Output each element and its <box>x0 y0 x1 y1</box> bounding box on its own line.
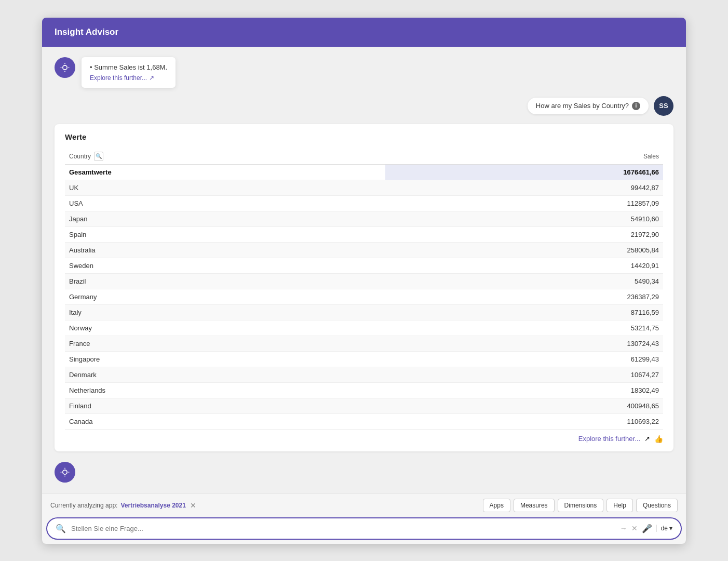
user-avatar: SS <box>654 96 673 116</box>
country-cell: Brazil <box>65 273 385 289</box>
measures-button[interactable]: Measures <box>514 499 555 512</box>
submit-arrow-icon[interactable]: → <box>620 524 627 532</box>
clear-icon[interactable]: ✕ <box>631 524 638 532</box>
thumbs-up-icon[interactable]: 👍 <box>654 435 663 443</box>
table-row: Germany236387,29 <box>65 289 663 304</box>
table-row: Singapore61299,43 <box>65 351 663 367</box>
footer-bar: Currently analyzing app: Vertriebsanalys… <box>42 493 686 517</box>
col-sales-header: Sales <box>385 149 663 165</box>
search-bar-icon: 🔍 <box>56 524 66 533</box>
table-row: Brazil5490,34 <box>65 273 663 289</box>
search-bar-actions: → ✕ 🎤 de ▾ <box>620 524 672 533</box>
table-row: Australia258005,84 <box>65 242 663 258</box>
table-row: Canada110693,22 <box>65 413 663 429</box>
table-card: Werte Country 🔍 Sales <box>55 124 673 451</box>
info-icon[interactable]: i <box>632 102 640 110</box>
total-value: 1676461,66 <box>385 164 663 180</box>
language-selector[interactable]: de ▾ <box>656 525 672 532</box>
sales-cell: 61299,43 <box>385 351 663 367</box>
analyzing-app-label: Currently analyzing app: Vertriebsanalys… <box>50 501 196 510</box>
country-cell: Singapore <box>65 351 385 367</box>
country-cell: Germany <box>65 289 385 304</box>
column-search-icon[interactable]: 🔍 <box>94 152 103 161</box>
tooltip-explore-link[interactable]: Explore this further... ↗ <box>90 74 167 82</box>
search-bar: 🔍 → ✕ 🎤 de ▾ <box>46 517 682 540</box>
query-bubble: How are my Sales by Country? i <box>528 98 649 114</box>
country-cell: Australia <box>65 242 385 258</box>
table-row: Finland400948,65 <box>65 398 663 413</box>
dimensions-button[interactable]: Dimensions <box>558 499 604 512</box>
country-cell: Finland <box>65 398 385 413</box>
search-input[interactable] <box>71 525 615 532</box>
table-row: Norway53214,75 <box>65 320 663 336</box>
table-row: Japan54910,60 <box>65 211 663 226</box>
app-window: Insight Advisor Summe Sales ist 1,68M. E… <box>42 18 686 544</box>
questions-button[interactable]: Questions <box>636 499 678 512</box>
table-explore-footer: Explore this further... ↗ 👍 <box>65 435 663 443</box>
close-app-button[interactable]: ✕ <box>190 501 196 510</box>
tooltip-area: Summe Sales ist 1,68M. Explore this furt… <box>55 57 673 88</box>
svg-point-5 <box>63 470 67 474</box>
sales-cell: 110693,22 <box>385 413 663 429</box>
country-cell: Denmark <box>65 367 385 382</box>
table-row: Netherlands18302,49 <box>65 382 663 398</box>
sales-cell: 14420,91 <box>385 258 663 273</box>
query-row: How are my Sales by Country? i SS <box>55 96 673 116</box>
table-row: UK99442,87 <box>65 180 663 195</box>
table-row: USA112857,09 <box>65 195 663 211</box>
table-body: Gesamtwerte 1676461,66 UK99442,87USA1128… <box>65 164 663 429</box>
sales-cell: 112857,09 <box>385 195 663 211</box>
tooltip-text: Summe Sales ist 1,68M. <box>90 63 167 71</box>
col-country-header: Country 🔍 <box>65 149 385 165</box>
table-row: Spain21972,90 <box>65 226 663 242</box>
sales-cell: 99442,87 <box>385 180 663 195</box>
sales-cell: 10674,27 <box>385 367 663 382</box>
country-cell: USA <box>65 195 385 211</box>
apps-button[interactable]: Apps <box>483 499 510 512</box>
sales-cell: 54910,60 <box>385 211 663 226</box>
footer-buttons: Apps Measures Dimensions Help Questions <box>483 499 678 512</box>
country-cell: Italy <box>65 304 385 320</box>
country-cell: Japan <box>65 211 385 226</box>
main-content: Summe Sales ist 1,68M. Explore this furt… <box>42 47 686 493</box>
app-name: Vertriebsanalyse 2021 <box>120 502 185 509</box>
app-title: Insight Advisor <box>55 27 118 37</box>
table-row: Italy87116,59 <box>65 304 663 320</box>
country-cell: Sweden <box>65 258 385 273</box>
country-cell: Spain <box>65 226 385 242</box>
sales-cell: 258005,84 <box>385 242 663 258</box>
sales-cell: 87116,59 <box>385 304 663 320</box>
insight-icon-top[interactable] <box>55 57 75 78</box>
country-cell: UK <box>65 180 385 195</box>
total-label: Gesamtwerte <box>65 164 385 180</box>
sales-cell: 130724,43 <box>385 336 663 351</box>
microphone-icon[interactable]: 🎤 <box>642 524 652 533</box>
sales-cell: 18302,49 <box>385 382 663 398</box>
sales-cell: 236387,29 <box>385 289 663 304</box>
query-text: How are my Sales by Country? <box>536 102 629 110</box>
sales-cell: 5490,34 <box>385 273 663 289</box>
help-button[interactable]: Help <box>606 499 633 512</box>
data-table: Country 🔍 Sales Gesamtwerte 1676461,66 U… <box>65 149 663 430</box>
sales-cell: 400948,65 <box>385 398 663 413</box>
table-row: France130724,43 <box>65 336 663 351</box>
tooltip-box: Summe Sales ist 1,68M. Explore this furt… <box>82 57 176 88</box>
insight-icon-bottom[interactable] <box>55 462 75 483</box>
app-header: Insight Advisor <box>42 18 686 47</box>
country-cell: Canada <box>65 413 385 429</box>
table-total-row: Gesamtwerte 1676461,66 <box>65 164 663 180</box>
sales-cell: 53214,75 <box>385 320 663 336</box>
table-header-row: Country 🔍 Sales <box>65 149 663 165</box>
table-row: Sweden14420,91 <box>65 258 663 273</box>
country-cell: France <box>65 336 385 351</box>
country-cell: Norway <box>65 320 385 336</box>
sales-cell: 21972,90 <box>385 226 663 242</box>
bottom-row <box>55 462 673 483</box>
table-title: Werte <box>65 132 663 141</box>
country-cell: Netherlands <box>65 382 385 398</box>
table-explore-link[interactable]: Explore this further... <box>578 435 640 443</box>
svg-point-0 <box>63 65 67 69</box>
table-row: Denmark10674,27 <box>65 367 663 382</box>
